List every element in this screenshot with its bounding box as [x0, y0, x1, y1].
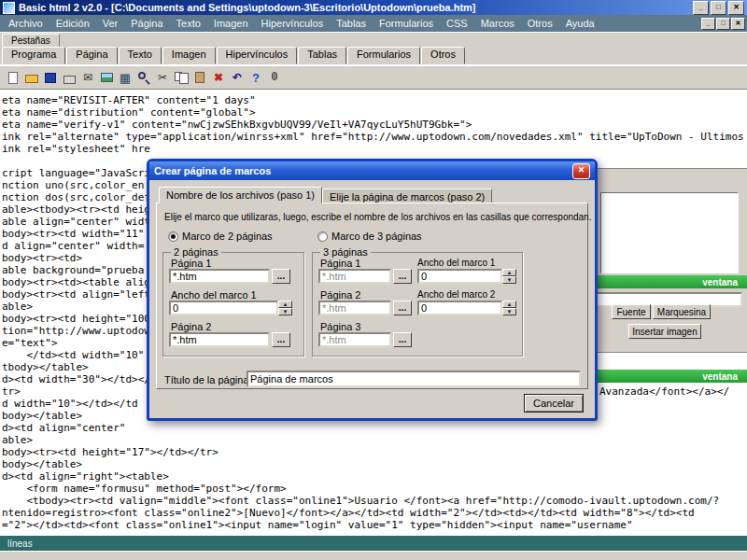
print-icon[interactable]	[61, 68, 78, 87]
category-tab[interactable]: Imagen	[162, 47, 216, 64]
cut-icon[interactable]: ✂	[154, 68, 171, 87]
menu-item[interactable]: Edición	[49, 18, 96, 29]
toolbar: ✉▦✂✖↶?	[0, 65, 747, 90]
page1-input[interactable]	[169, 269, 270, 284]
menu-item[interactable]: Ayuda	[559, 18, 601, 29]
browse-button[interactable]: ...	[393, 332, 412, 347]
frame-width1-label: Ancho del marco 1	[171, 289, 257, 301]
menu-item[interactable]: Otros	[521, 18, 559, 29]
menu-item[interactable]: Tablas	[330, 18, 373, 29]
title-bar[interactable]: Basic html 2 v2.0 - [C:\Documents and Se…	[0, 0, 747, 15]
browse-button[interactable]: ...	[272, 269, 290, 284]
menu-item[interactable]: CSS	[440, 18, 474, 29]
menu-item[interactable]: Texto	[170, 18, 207, 29]
browse-button[interactable]: ...	[272, 332, 290, 347]
side-panel: ventana Fuente Marquesina Insertar image…	[586, 168, 747, 353]
category-tab[interactable]: Formularios	[347, 47, 420, 64]
minimize-button[interactable]: _	[693, 1, 709, 15]
frame-width1-spinner: ▲ ▼	[278, 301, 292, 315]
font-button[interactable]: Fuente	[612, 304, 651, 319]
insert-image-button[interactable]: Insertar imagen	[628, 324, 701, 339]
spin-down-icon[interactable]: ▼	[278, 308, 292, 315]
status-bar: líneas	[0, 536, 747, 551]
spin-up-icon[interactable]: ▲	[502, 269, 516, 276]
radio-two-pages[interactable]: Marco de 2 páginas	[168, 231, 273, 242]
menu-item[interactable]: Imagen	[207, 18, 255, 29]
child-restore-button[interactable]: □	[716, 18, 730, 30]
save-icon[interactable]	[42, 68, 59, 87]
category-tab[interactable]: Programa	[2, 47, 65, 64]
menu-item[interactable]: Hipervínculos	[255, 18, 331, 29]
browse-button[interactable]: ...	[393, 269, 412, 284]
create-frames-dialog: Crear página de marcos ✕ Nombre de los a…	[147, 159, 598, 421]
frame-width2-label: Ancho del marco 2	[417, 289, 495, 300]
frame-width1-input[interactable]	[417, 269, 502, 284]
dialog-tab-step1[interactable]: Nombre de los archivos (paso 1)	[159, 187, 322, 203]
page2-input[interactable]	[318, 301, 391, 315]
browse-button[interactable]: ...	[393, 301, 412, 315]
delete-icon[interactable]: ✖	[210, 68, 227, 87]
spin-up-icon[interactable]: ▲	[502, 301, 516, 308]
category-tab[interactable]: Página	[66, 47, 117, 64]
page2-input[interactable]	[169, 332, 270, 347]
frame-width1-input[interactable]	[169, 301, 278, 315]
radio-three-pages[interactable]: Marco de 3 páginas	[317, 231, 422, 242]
child-minimize-button[interactable]: _	[701, 18, 715, 30]
category-tab[interactable]: Tablas	[298, 47, 346, 64]
restore-button[interactable]: □	[711, 1, 726, 15]
copy-icon[interactable]	[173, 68, 190, 87]
panel-header-2[interactable]: ventana	[586, 370, 747, 383]
side-list[interactable]	[600, 192, 739, 273]
page3-label: Página 3	[320, 321, 360, 332]
category-tab[interactable]: Hipervínculos	[217, 47, 298, 64]
button-glyph: □	[717, 19, 729, 27]
code-line: ="2"></td><td><font class="online1"><inp…	[2, 519, 747, 531]
code-line: ink rel="stylesheet" hre	[2, 143, 747, 155]
dialog-close-icon[interactable]: ✕	[572, 163, 590, 179]
page3-input[interactable]	[318, 332, 391, 347]
image-icon[interactable]	[98, 68, 115, 87]
spin-down-icon[interactable]: ▼	[502, 308, 516, 315]
toolbar-icon-glyph: ▦	[120, 72, 131, 84]
menu-item[interactable]: Marcos	[474, 18, 521, 29]
spin-down-icon[interactable]: ▼	[502, 276, 516, 284]
button-glyph: ✕	[732, 19, 744, 27]
category-tab[interactable]: Texto	[119, 47, 162, 64]
help-icon[interactable]: ?	[247, 68, 264, 87]
page-title-input[interactable]	[247, 371, 581, 387]
button-glyph: _	[694, 2, 708, 12]
undo-icon[interactable]: ↶	[229, 68, 246, 87]
code-line: <form name="formusu" method="post"></for…	[2, 483, 747, 495]
pestanas-bar: Pestañas	[0, 32, 747, 48]
frame-width1-label: Ancho del marco 1	[417, 258, 495, 268]
dialog-title: Crear página de marcos	[154, 165, 271, 176]
menu-item[interactable]: Página	[124, 18, 169, 29]
spin-up-icon[interactable]: ▲	[278, 301, 292, 308]
category-tab[interactable]: Otros	[421, 47, 465, 64]
new-file-icon[interactable]	[5, 68, 21, 87]
code-line: <tbody><tr><td valign="middle"><font cla…	[2, 495, 747, 507]
menu-item[interactable]: Ver	[96, 18, 125, 29]
search-icon[interactable]	[135, 68, 152, 87]
paste-icon[interactable]	[191, 68, 208, 87]
close-button[interactable]: ✕	[728, 1, 744, 15]
code-line: body><tr><td height="17"></td></tr>	[2, 446, 747, 458]
toolbar-icons: ✉▦✂✖↶?	[5, 68, 283, 87]
open-folder-icon[interactable]	[23, 68, 40, 87]
menu-item[interactable]: Formularios	[373, 18, 440, 29]
code-line: d><td align="right"><table>	[2, 470, 747, 483]
menu-item[interactable]: Archivo	[2, 18, 49, 29]
code-line: d><td align="center"	[2, 422, 747, 434]
child-close-button[interactable]: ✕	[731, 18, 745, 30]
toolbar-icon-glyph: ↶	[233, 72, 242, 83]
dialog-title-bar[interactable]: Crear página de marcos ✕	[149, 161, 595, 180]
frame-width2-input[interactable]	[417, 301, 502, 315]
marquee-button[interactable]: Marquesina	[653, 304, 711, 319]
page1-input[interactable]	[318, 269, 391, 284]
dialog-tab-step2[interactable]: Elije la página de marcos (paso 2)	[322, 189, 492, 203]
email-icon[interactable]: ✉	[79, 68, 96, 87]
table-icon[interactable]: ▦	[117, 68, 134, 87]
microphone-icon[interactable]	[266, 68, 283, 87]
cancel-button[interactable]: Cancelar	[524, 394, 584, 413]
panel-header-1[interactable]: ventana	[586, 275, 747, 288]
